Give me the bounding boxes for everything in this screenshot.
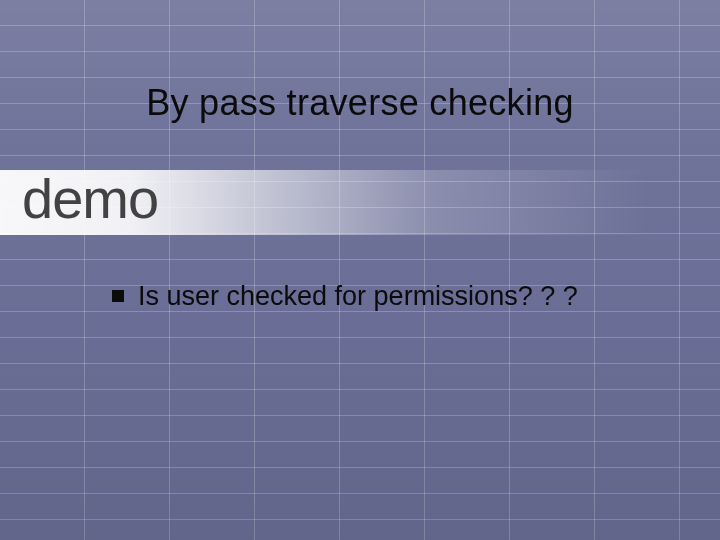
list-item: Is user checked for permissions? ? ? [112,280,680,314]
demo-banner: demo [0,170,720,235]
bullet-list: Is user checked for permissions? ? ? [112,280,680,330]
demo-label: demo [22,166,158,231]
slide: By pass traverse checking demo Is user c… [0,0,720,540]
slide-title: By pass traverse checking [0,82,720,124]
square-bullet-icon [112,290,124,302]
bullet-text: Is user checked for permissions? ? ? [138,280,578,314]
